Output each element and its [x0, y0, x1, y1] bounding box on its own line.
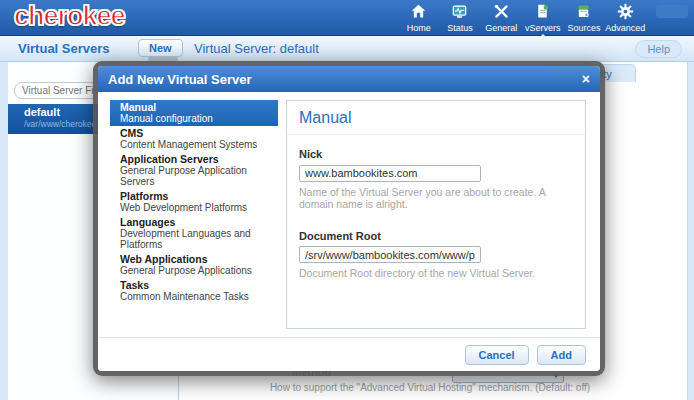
modal-header: Add New Virtual Server × [98, 66, 600, 92]
status-monitor-icon [451, 3, 468, 23]
category-subtitle: Development Languages and Platforms [120, 228, 268, 250]
nav-item-home[interactable]: Home [398, 3, 439, 35]
nav-label: vServers [525, 23, 561, 33]
wizard-category-cms[interactable]: CMS Content Management Systems [110, 126, 278, 152]
document-root-help-text: Document Root directory of the new Virtu… [299, 267, 573, 279]
topbar-button-fragment[interactable] [656, 5, 688, 18]
nav-item-vservers[interactable]: vServers [522, 3, 563, 35]
manual-config-panel: Manual Nick Name of the Virtual Server y… [286, 100, 586, 329]
cherokee-admin-page: Security cherokee Home Status General [0, 0, 694, 400]
category-title: Application Servers [120, 154, 268, 165]
main-nav: Home Status General vServers [398, 3, 646, 35]
nav-label: Home [407, 23, 431, 33]
wizard-category-tasks[interactable]: Tasks Common Maintenance Tasks [110, 278, 278, 304]
method-help-text: How to support the "Advanced Virtual Hos… [190, 382, 670, 393]
category-subtitle: Common Maintenance Tasks [120, 291, 268, 302]
modal-footer: Cancel Add [98, 337, 600, 371]
nav-item-sources[interactable]: Sources [563, 3, 604, 35]
nick-label: Nick [299, 148, 573, 160]
modal-title: Add New Virtual Server [108, 72, 582, 87]
section-title: Virtual Servers [18, 41, 110, 56]
cherokee-logo[interactable]: cherokee [14, 1, 125, 32]
category-title: Web Applications [120, 254, 268, 265]
new-vserver-button[interactable]: New [138, 39, 183, 57]
nav-item-status[interactable]: Status [439, 3, 480, 35]
nick-field-group: Nick Name of the Virtual Server you are … [299, 148, 573, 210]
nick-input[interactable] [299, 165, 481, 182]
home-icon [410, 3, 427, 23]
panel-heading: Manual [287, 101, 585, 135]
category-title: Platforms [120, 191, 268, 202]
document-root-input[interactable] [299, 246, 481, 263]
category-subtitle: Manual configuration [120, 113, 268, 124]
cancel-button[interactable]: Cancel [465, 345, 529, 365]
category-title: Manual [120, 102, 268, 113]
category-subtitle: General Purpose Application Servers [120, 165, 268, 187]
wizard-category-manual[interactable]: Manual Manual configuration [110, 100, 278, 126]
close-icon[interactable]: × [582, 72, 590, 86]
top-navigation-bar: cherokee Home Status General [0, 0, 694, 36]
wizard-category-platforms[interactable]: Platforms Web Development Platforms [110, 189, 278, 215]
nav-label: Status [447, 23, 473, 33]
document-root-field-group: Document Root Document Root directory of… [299, 230, 573, 280]
wizard-category-application-servers[interactable]: Application Servers General Purpose Appl… [110, 152, 278, 189]
wizard-category-languages[interactable]: Languages Development Languages and Plat… [110, 215, 278, 252]
nav-label: General [485, 23, 517, 33]
nav-item-advanced[interactable]: Advanced [605, 3, 646, 35]
vservers-folder-icon [534, 3, 551, 23]
document-root-label: Document Root [299, 230, 573, 242]
category-title: Tasks [120, 280, 268, 291]
add-button[interactable]: Add [537, 345, 586, 365]
nick-help-text: Name of the Virtual Server you are about… [299, 186, 573, 210]
category-subtitle: Web Development Platforms [120, 202, 268, 213]
sources-box-icon [575, 3, 592, 23]
category-subtitle: General Purpose Applications [120, 265, 268, 276]
category-title: CMS [120, 128, 268, 139]
gear-icon [617, 3, 634, 23]
tools-icon [493, 3, 510, 23]
nav-item-general[interactable]: General [481, 3, 522, 35]
nav-label: Sources [567, 23, 600, 33]
category-subtitle: Content Management Systems [120, 139, 268, 150]
nav-label: Advanced [605, 23, 645, 33]
page-title: Virtual Server: default [194, 41, 319, 56]
category-title: Languages [120, 217, 268, 228]
wizard-category-list: Manual Manual configuration CMS Content … [110, 100, 278, 304]
wizard-category-web-applications[interactable]: Web Applications General Purpose Applica… [110, 252, 278, 278]
help-button[interactable]: Help [635, 40, 682, 58]
modal-inner: Add New Virtual Server × Manual Manual c… [98, 66, 600, 371]
add-vserver-modal: Add New Virtual Server × Manual Manual c… [93, 61, 605, 376]
